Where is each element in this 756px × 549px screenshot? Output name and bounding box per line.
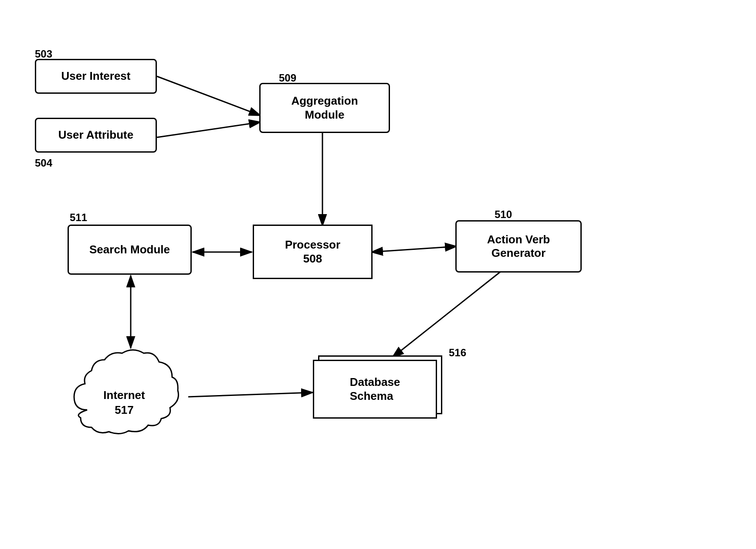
user-interest-label: User Interest <box>61 69 131 83</box>
user-interest-node: User Interest <box>35 59 157 94</box>
action-verb-generator-node: Action VerbGenerator <box>455 220 582 273</box>
aggregation-module-label: AggregationModule <box>291 94 358 121</box>
label-516: 516 <box>449 347 466 359</box>
internet-label: Internet517 <box>83 388 166 418</box>
label-504: 504 <box>35 157 52 169</box>
svg-line-3 <box>157 122 261 137</box>
label-509: 509 <box>279 72 296 84</box>
aggregation-module-node: AggregationModule <box>259 83 390 133</box>
svg-line-6 <box>371 246 457 252</box>
database-schema-label: DatabaseSchema <box>350 375 400 402</box>
user-attribute-node: User Attribute <box>35 118 157 153</box>
processor-node: Processor508 <box>253 225 373 279</box>
label-503: 503 <box>35 48 52 60</box>
label-510: 510 <box>495 208 512 221</box>
action-verb-generator-label: Action VerbGenerator <box>487 233 550 260</box>
svg-line-2 <box>157 76 261 116</box>
internet-cloud: Internet517 <box>61 340 187 440</box>
processor-label: Processor508 <box>285 238 340 265</box>
svg-line-9 <box>392 271 501 358</box>
label-511: 511 <box>70 211 87 224</box>
search-module-node: Search Module <box>68 225 192 275</box>
diagram: 503 User Interest User Attribute 504 509… <box>0 0 756 549</box>
user-attribute-label: User Attribute <box>58 128 133 142</box>
svg-line-8 <box>188 392 313 397</box>
database-schema-node: DatabaseSchema <box>313 360 437 419</box>
search-module-label: Search Module <box>89 243 170 256</box>
